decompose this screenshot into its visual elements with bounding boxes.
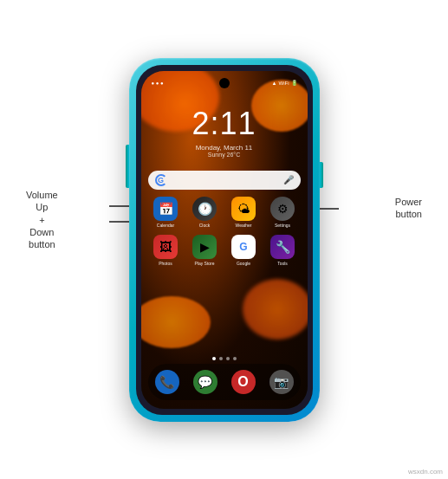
photos-icon: 🖼 — [153, 235, 178, 259]
power-button[interactable] — [320, 162, 323, 188]
status-left: ● ● ● — [152, 81, 164, 86]
status-right: ▲ WiFi 🔋 — [272, 80, 297, 86]
playstore-icon: ▶ — [192, 235, 217, 259]
dot-1 — [212, 357, 216, 360]
playstore-label: Play Store — [194, 261, 214, 266]
calendar-label: Calendar — [157, 223, 174, 228]
clock-icon: 🕐 — [192, 197, 217, 221]
bottom-dock: 📞 💬 O 📷 — [148, 364, 301, 400]
app-photos[interactable]: 🖼 Photos — [149, 235, 182, 266]
app-calendar[interactable]: 📅 Calendar — [149, 197, 182, 228]
app-weather[interactable]: 🌤 Weather — [227, 197, 260, 228]
app-grid: 📅 Calendar 🕐 Clock 🌤 Weather ⚙ — [146, 197, 302, 273]
page-dots — [141, 357, 308, 360]
dot-4 — [233, 357, 237, 360]
tools-icon: 🔧 — [270, 235, 295, 259]
dot-2 — [219, 357, 223, 360]
settings-icon: ⚙ — [270, 197, 295, 221]
google-g-icon: G — [155, 174, 167, 186]
app-playstore[interactable]: ▶ Play Store — [188, 235, 221, 266]
clock-label: Clock — [199, 223, 211, 228]
app-clock[interactable]: 🕐 Clock — [188, 197, 221, 228]
wifi-icon: WiFi — [279, 81, 289, 86]
app-row-2: 🖼 Photos ▶ Play Store G Google 🔧 — [146, 235, 302, 266]
search-bar[interactable]: G 🎤 — [148, 171, 301, 190]
volume-button[interactable] — [126, 145, 129, 188]
scene: VolumeUp+Downbutton Powerbutton — [0, 0, 448, 479]
mic-icon[interactable]: 🎤 — [283, 175, 294, 184]
clock-date: Monday, March 11 — [141, 144, 308, 152]
google-label: Google — [237, 261, 250, 266]
dock-phone[interactable]: 📞 — [155, 370, 179, 394]
dot-3 — [226, 357, 230, 360]
camera-hole — [219, 78, 230, 88]
app-settings[interactable]: ⚙ Settings — [266, 197, 299, 228]
flower-decoration-3 — [243, 279, 308, 340]
dock-opera[interactable]: O — [231, 370, 256, 394]
tools-label: Tools — [277, 261, 288, 266]
google-icon: G — [231, 235, 256, 259]
flower-decoration-4 — [141, 296, 211, 348]
clock-time: 2:11 — [141, 106, 308, 142]
app-google[interactable]: G Google — [227, 235, 260, 266]
dock-camera[interactable]: 📷 — [269, 370, 294, 394]
photos-label: Photos — [159, 261, 172, 266]
calendar-icon: 📅 — [153, 197, 178, 221]
power-button-label: Powerbutton — [395, 196, 422, 221]
weather-label: Weather — [236, 223, 252, 228]
watermark: wsxdn.com — [408, 468, 443, 476]
app-tools[interactable]: 🔧 Tools — [266, 235, 299, 266]
phone-inner: ● ● ● ▲ WiFi 🔋 2:11 Monday, March 11 Sun… — [136, 65, 313, 415]
settings-label: Settings — [275, 223, 290, 228]
volume-button-label: VolumeUp+Downbutton — [26, 189, 58, 250]
clock-area: 2:11 Monday, March 11 Sunny 26°C — [141, 106, 308, 158]
weather-icon: 🌤 — [231, 197, 256, 221]
phone-shell: ● ● ● ▲ WiFi 🔋 2:11 Monday, March 11 Sun… — [129, 58, 320, 422]
clock-weather: Sunny 26°C — [141, 152, 308, 158]
phone-screen: ● ● ● ▲ WiFi 🔋 2:11 Monday, March 11 Sun… — [141, 71, 308, 409]
app-row-1: 📅 Calendar 🕐 Clock 🌤 Weather ⚙ — [146, 197, 302, 228]
signal-icon: ▲ — [272, 81, 277, 86]
dock-messages[interactable]: 💬 — [193, 370, 218, 394]
battery-icon: 🔋 — [291, 80, 297, 86]
